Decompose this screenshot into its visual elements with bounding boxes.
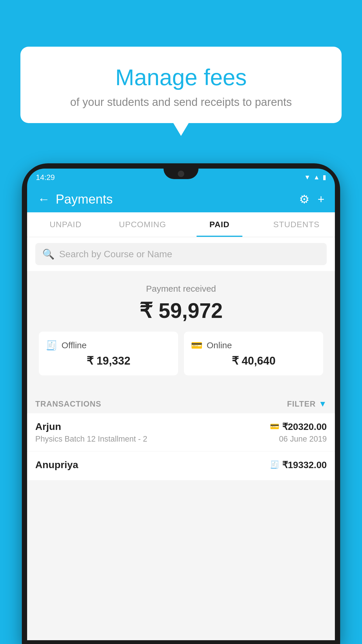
transaction-type-icon: 🧾 bbox=[270, 460, 279, 469]
search-icon: 🔍 bbox=[42, 248, 55, 260]
payment-cards: 🧾 Offline ₹ 19,332 💳 Online ₹ 40,640 bbox=[33, 332, 329, 384]
transactions-header: TRANSACTIONS FILTER ▼ bbox=[27, 393, 335, 413]
status-bar: 14:29 ▼ ▲ ▮ bbox=[27, 169, 335, 186]
notch bbox=[164, 169, 198, 179]
transaction-amount: ₹19332.00 bbox=[282, 459, 327, 470]
screen-content: 🔍 Search by Course or Name Payment recei… bbox=[27, 237, 335, 640]
battery-icon: ▮ bbox=[323, 174, 326, 181]
transaction-detail: Physics Batch 12 Installment - 2 bbox=[35, 435, 147, 444]
search-input-wrap[interactable]: 🔍 Search by Course or Name bbox=[35, 243, 327, 265]
transaction-amount: ₹20320.00 bbox=[282, 421, 327, 432]
search-placeholder: Search by Course or Name bbox=[59, 249, 172, 260]
back-button[interactable]: ← bbox=[38, 192, 50, 206]
transaction-date: 06 June 2019 bbox=[279, 435, 327, 444]
filter-wrap[interactable]: FILTER ▼ bbox=[287, 399, 327, 409]
payment-total: ₹ 59,972 bbox=[33, 298, 329, 323]
transaction-row[interactable]: Anupriya 🧾 ₹19332.00 bbox=[27, 452, 335, 481]
offline-label: Offline bbox=[61, 340, 87, 350]
settings-icon[interactable]: ⚙ bbox=[299, 192, 310, 206]
tab-students[interactable]: STUDENTS bbox=[258, 212, 335, 237]
payment-received-label: Payment received bbox=[33, 284, 329, 294]
speech-bubble: Manage fees of your students and send re… bbox=[20, 47, 342, 123]
online-label: Online bbox=[207, 340, 232, 350]
online-icon: 💳 bbox=[191, 340, 203, 351]
app-header: ← Payments ⚙ + bbox=[27, 186, 335, 212]
tab-unpaid[interactable]: UNPAID bbox=[27, 212, 104, 237]
transaction-type-icon: 💳 bbox=[270, 422, 279, 431]
offline-amount: ₹ 19,332 bbox=[46, 354, 171, 367]
camera bbox=[178, 171, 184, 177]
status-icons: ▼ ▲ ▮ bbox=[304, 174, 326, 181]
online-amount: ₹ 40,640 bbox=[191, 354, 316, 367]
tab-paid[interactable]: PAID bbox=[181, 212, 258, 237]
status-time: 14:29 bbox=[36, 173, 55, 182]
page-title: Payments bbox=[56, 192, 113, 206]
filter-label: FILTER bbox=[287, 400, 316, 409]
transaction-name: Arjun bbox=[35, 421, 61, 432]
signal-icon: ▲ bbox=[313, 174, 320, 181]
bubble-subtitle: of your students and send receipts to pa… bbox=[32, 96, 330, 108]
offline-card: 🧾 Offline ₹ 19,332 bbox=[39, 332, 178, 375]
transaction-name: Anupriya bbox=[35, 459, 78, 470]
tab-bar: UNPAID UPCOMING PAID STUDENTS bbox=[27, 212, 335, 237]
wifi-icon: ▼ bbox=[304, 174, 310, 181]
add-icon[interactable]: + bbox=[318, 193, 324, 206]
online-card: 💳 Online ₹ 40,640 bbox=[184, 332, 323, 375]
transactions-label: TRANSACTIONS bbox=[35, 400, 101, 409]
transaction-row[interactable]: Arjun 💳 ₹20320.00 Physics Batch 12 Insta… bbox=[27, 413, 335, 452]
phone-frame: 14:29 ▼ ▲ ▮ ← Payments ⚙ + UNPAID UPCOMI… bbox=[22, 163, 340, 644]
search-bar: 🔍 Search by Course or Name bbox=[27, 237, 335, 271]
bubble-title: Manage fees bbox=[32, 64, 330, 91]
payment-summary: Payment received ₹ 59,972 🧾 Offline ₹ 19… bbox=[27, 271, 335, 393]
offline-icon: 🧾 bbox=[46, 340, 57, 351]
filter-icon: ▼ bbox=[319, 399, 327, 409]
tab-upcoming[interactable]: UPCOMING bbox=[104, 212, 181, 237]
